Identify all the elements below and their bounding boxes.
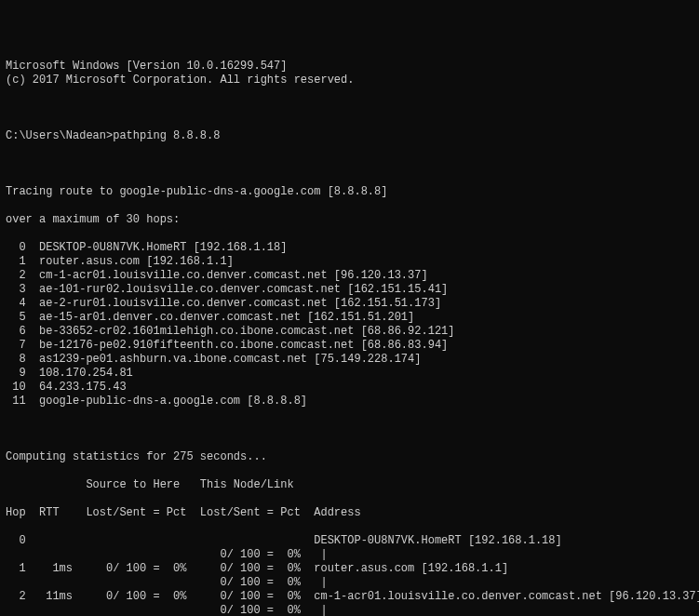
stats-title: Computing statistics for 275 seconds... bbox=[6, 450, 693, 464]
stat-row-2: 1 1ms 0/ 100 = 0% 0/ 100 = 0% router.asu… bbox=[6, 562, 693, 576]
stats-header-cols: Hop RTT Lost/Sent = Pct Lost/Sent = Pct … bbox=[6, 506, 693, 520]
hops-list: 0 DESKTOP-0U8N7VK.HomeRT [192.168.1.18] … bbox=[6, 241, 693, 408]
hop-11: 11 google-public-dns-a.google.com [8.8.8… bbox=[6, 395, 693, 408]
os-banner: Microsoft Windows [Version 10.0.16299.54… bbox=[6, 60, 693, 87]
stats-header-src: Source to Here This Node/Link bbox=[6, 478, 693, 492]
stat-row-0: 0 DESKTOP-0U8N7VK.HomeRT [192.168.1.18] bbox=[6, 534, 693, 548]
command-prompt[interactable]: C:\Users\Nadean>pathping 8.8.8.8 bbox=[6, 129, 693, 143]
hop-9: 9 108.170.254.81 bbox=[6, 367, 693, 381]
hop-1: 1 router.asus.com [192.168.1.1] bbox=[6, 255, 693, 269]
hops-max-line: over a maximum of 30 hops: bbox=[6, 213, 693, 227]
stat-row-3: 0/ 100 = 0% | bbox=[6, 576, 693, 590]
stat-row-5: 0/ 100 = 0% | bbox=[6, 604, 693, 616]
hop-6: 6 be-33652-cr02.1601milehigh.co.ibone.co… bbox=[6, 325, 693, 339]
hop-8: 8 as1239-pe01.ashburn.va.ibone.comcast.n… bbox=[6, 353, 693, 367]
hop-0: 0 DESKTOP-0U8N7VK.HomeRT [192.168.1.18] bbox=[6, 241, 693, 255]
trace-title: Tracing route to google-public-dns-a.goo… bbox=[6, 185, 693, 199]
stat-row-1: 0/ 100 = 0% | bbox=[6, 548, 693, 562]
hop-2: 2 cm-1-acr01.louisville.co.denver.comcas… bbox=[6, 269, 693, 283]
stat-row-4: 2 11ms 0/ 100 = 0% 0/ 100 = 0% cm-1-acr0… bbox=[6, 590, 693, 604]
hop-7: 7 be-12176-pe02.910fifteenth.co.ibone.co… bbox=[6, 339, 693, 353]
hop-10: 10 64.233.175.43 bbox=[6, 381, 693, 395]
hop-5: 5 ae-15-ar01.denver.co.denver.comcast.ne… bbox=[6, 311, 693, 325]
hop-4: 4 ae-2-rur01.louisville.co.denver.comcas… bbox=[6, 297, 693, 311]
stats-rows: 0 DESKTOP-0U8N7VK.HomeRT [192.168.1.18] … bbox=[6, 534, 693, 616]
hop-3: 3 ae-101-rur02.louisville.co.denver.comc… bbox=[6, 283, 693, 297]
